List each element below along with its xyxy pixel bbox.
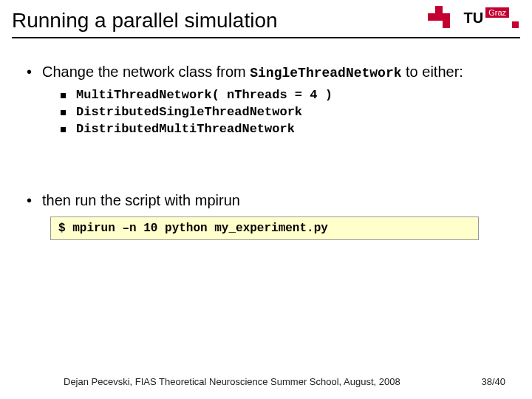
list-item: DistributedMultiThreadNetwork	[61, 122, 505, 136]
bullet-text-pre: Change the network class from	[42, 64, 250, 80]
slide-content: • Change the network class from SingleTh…	[0, 38, 532, 240]
code-text: DistributedMultiThreadNetwork	[76, 122, 295, 136]
bullet-item: • then run the script with mpirun	[27, 192, 505, 209]
list-item: MultiThreadNetwork( nThreads = 4 )	[61, 88, 505, 102]
square-bullet-icon	[61, 127, 66, 132]
code-text: MultiThreadNetwork( nThreads = 4 )	[76, 88, 332, 102]
code-block: $ mpirun –n 10 python my_experiment.py	[50, 216, 479, 240]
inline-code: SingleThreadNetwork	[250, 66, 401, 81]
bullet-text-post: to either:	[402, 64, 463, 80]
bullet-text: Change the network class from SingleThre…	[42, 64, 463, 81]
bullet-text: then run the script with mpirun	[42, 192, 240, 209]
logo-icon	[428, 6, 462, 30]
code-line: $ mpirun –n 10 python my_experiment.py	[58, 222, 328, 235]
square-bullet-icon	[61, 93, 66, 98]
bullet-dot-icon: •	[27, 64, 32, 81]
list-item: DistributedSingleThreadNetwork	[61, 105, 505, 119]
square-bullet-icon	[61, 110, 66, 115]
logo-subtext: Graz	[485, 7, 509, 18]
bullet-dot-icon: •	[27, 192, 32, 209]
bullet-item: • Change the network class from SingleTh…	[27, 64, 505, 81]
tu-graz-logo: TU Graz	[428, 6, 519, 30]
code-text: DistributedSingleThreadNetwork	[76, 105, 302, 119]
logo-text: TU	[463, 10, 483, 27]
sub-list: MultiThreadNetwork( nThreads = 4 ) Distr…	[61, 88, 505, 136]
logo-accent-icon	[512, 21, 519, 28]
footer-text: Dejan Pecevski, FIAS Theoretical Neurosc…	[64, 376, 400, 387]
page-number: 38/40	[481, 376, 505, 387]
